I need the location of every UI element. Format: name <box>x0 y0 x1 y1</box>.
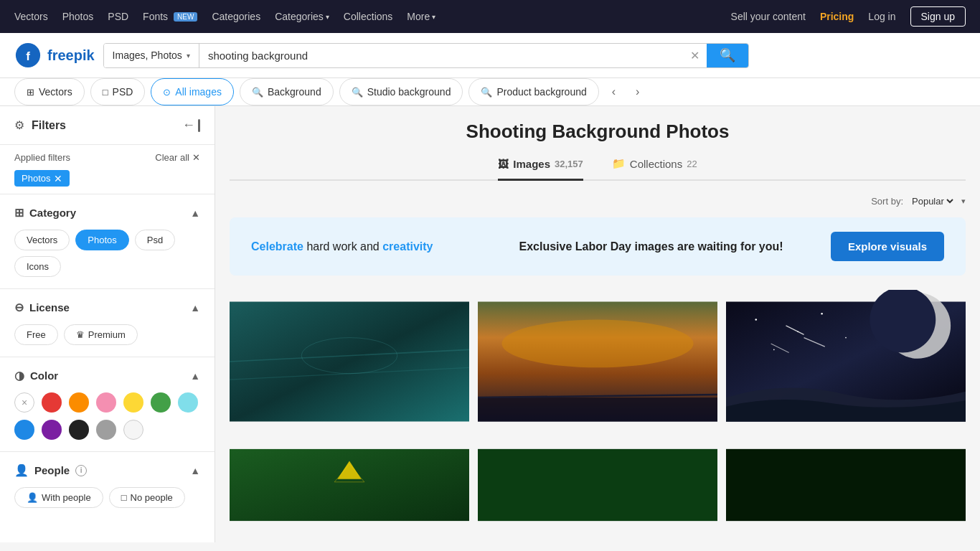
nav-pricing[interactable]: Pricing <box>820 11 854 22</box>
search-type-selector[interactable]: Images, Photos ▾ <box>104 44 199 67</box>
color-icon: ◑ <box>14 369 24 382</box>
image-card-6[interactable] <box>726 442 966 528</box>
chevron-down-icon-more: ▾ <box>432 13 435 21</box>
sidebar-category-section: ⊞ Category ▲ Vectors Photos Psd Icons <box>0 194 215 288</box>
tab-images[interactable]: 🖼 Images 32,157 <box>498 158 583 181</box>
search-type-chevron-icon: ▾ <box>187 52 190 60</box>
vectors-chip-icon: ⊞ <box>27 87 34 98</box>
search-clear-button[interactable]: ✕ <box>683 44 707 67</box>
image-card-2[interactable] <box>478 290 717 433</box>
svg-rect-21 <box>230 449 469 521</box>
nav-signup-button[interactable]: Sign up <box>910 6 966 27</box>
image-card-4[interactable] <box>230 442 469 528</box>
search-icon: 🔍 <box>720 47 735 63</box>
tab-collections[interactable]: 📁 Collections 22 <box>612 157 697 181</box>
product-bg-chip-icon: 🔍 <box>481 87 492 98</box>
chips-prev-button[interactable]: ‹ <box>605 78 623 105</box>
nav-photos[interactable]: Photos <box>62 11 94 22</box>
chip-product-background[interactable]: 🔍 Product background <box>468 78 598 105</box>
color-section-header[interactable]: ◑ Color ▲ <box>14 369 200 382</box>
nav-collections[interactable]: Collections <box>344 11 392 22</box>
remove-photos-tag-button[interactable]: ✕ <box>54 174 62 184</box>
color-pink-button[interactable] <box>96 392 116 413</box>
license-icon: ⊖ <box>14 301 24 314</box>
color-red-button[interactable] <box>42 392 62 413</box>
chip-background[interactable]: 🔍 Background <box>240 78 334 105</box>
color-clear-button[interactable]: × <box>14 392 34 413</box>
license-premium-button[interactable]: ♛ Premium <box>64 324 138 345</box>
color-white-button[interactable] <box>123 420 143 440</box>
color-blue-button[interactable] <box>14 420 34 440</box>
category-chevron-icon: ▲ <box>190 207 200 219</box>
color-purple-button[interactable] <box>42 420 62 440</box>
color-lightblue-button[interactable] <box>178 392 198 413</box>
svg-rect-2 <box>230 302 469 422</box>
filter-icon: ⚙ <box>14 118 24 132</box>
sort-bar: Sort by: Popular Newest Oldest ▾ <box>230 195 966 207</box>
category-buttons: Vectors Photos Psd Icons <box>14 230 200 277</box>
color-gray-button[interactable] <box>96 420 116 440</box>
color-chevron-icon: ▲ <box>190 370 200 382</box>
sort-select[interactable]: Popular Newest Oldest <box>909 195 956 207</box>
search-bar: Images, Photos ▾ ✕ 🔍 <box>103 43 749 68</box>
chip-vectors[interactable]: ⊞ Vectors <box>14 78 85 105</box>
chip-psd[interactable]: □ PSD <box>90 78 146 105</box>
people-chevron-icon: ▲ <box>190 465 200 476</box>
top-navigation: Vectors Photos PSD Fonts NEW Categories … <box>0 0 980 33</box>
image-thumbnail-4 <box>230 442 469 528</box>
sidebar: ⚙ Filters ← Applied filters Clear all ✕ … <box>0 106 215 542</box>
collapse-bar-icon <box>198 119 200 132</box>
color-orange-button[interactable] <box>69 392 89 413</box>
nav-fonts[interactable]: Fonts NEW <box>143 11 197 22</box>
chips-next-button[interactable]: › <box>628 78 646 105</box>
svg-point-7 <box>501 320 693 368</box>
chip-all-images[interactable]: ⊙ All images <box>151 78 234 105</box>
promo-highlight2: creativity <box>382 240 433 253</box>
svg-point-15 <box>773 349 775 350</box>
promo-text-left: Celebrate hard work and creativity <box>251 240 471 253</box>
license-free-button[interactable]: Free <box>14 324 58 345</box>
image-thumbnail-6 <box>726 442 966 528</box>
with-people-icon: 👤 <box>27 492 38 503</box>
filter-chips-bar: ⊞ Vectors □ PSD ⊙ All images 🔍 Backgroun… <box>0 78 980 106</box>
nav-login[interactable]: Log in <box>868 11 895 22</box>
image-card-1[interactable] <box>230 290 469 433</box>
people-buttons: 👤 With people □ No people <box>14 487 200 508</box>
tabs-row: 🖼 Images 32,157 📁 Collections 22 <box>230 157 966 181</box>
license-section-header[interactable]: ⊖ License ▲ <box>14 301 200 314</box>
color-black-button[interactable] <box>69 420 89 440</box>
cat-psd-button[interactable]: Psd <box>135 230 175 250</box>
category-section-header[interactable]: ⊞ Category ▲ <box>14 206 200 220</box>
nav-categories-label[interactable]: Categories ▾ <box>275 11 329 22</box>
new-badge: NEW <box>174 12 197 22</box>
color-yellow-button[interactable] <box>123 392 143 413</box>
logo[interactable]: f freepik <box>14 42 95 69</box>
people-info-icon[interactable]: i <box>75 465 87 476</box>
promo-highlight: Celebrate <box>251 240 303 253</box>
people-section-header[interactable]: 👤 People i ▲ <box>14 463 200 477</box>
image-card-3[interactable] <box>726 290 966 433</box>
cat-vectors-button[interactable]: Vectors <box>14 230 70 250</box>
color-grid: × <box>14 392 200 440</box>
category-title: ⊞ Category <box>14 206 76 220</box>
clear-all-icon: ✕ <box>192 152 200 163</box>
nav-vectors[interactable]: Vectors <box>14 11 48 22</box>
chip-studio-background[interactable]: 🔍 Studio background <box>339 78 463 105</box>
cat-icons-button[interactable]: Icons <box>14 256 61 277</box>
cat-photos-button[interactable]: Photos <box>75 230 128 250</box>
color-green-button[interactable] <box>151 392 171 413</box>
filters-title: Filters <box>32 119 66 132</box>
collapse-sidebar-button[interactable]: ← <box>182 118 200 133</box>
no-people-button[interactable]: □ No people <box>109 487 185 508</box>
image-card-5[interactable] <box>478 442 717 528</box>
nav-sell-content[interactable]: Sell your content <box>731 11 806 22</box>
search-input[interactable] <box>199 44 683 67</box>
clear-all-button[interactable]: Clear all ✕ <box>155 152 200 163</box>
license-chevron-icon: ▲ <box>190 302 200 314</box>
nav-psd[interactable]: PSD <box>108 11 128 22</box>
with-people-button[interactable]: 👤 With people <box>14 487 103 508</box>
search-button[interactable]: 🔍 <box>707 44 748 67</box>
nav-more[interactable]: More ▾ <box>407 11 435 22</box>
explore-visuals-button[interactable]: Explore visuals <box>831 232 944 261</box>
nav-categories[interactable]: Categories <box>212 11 260 22</box>
